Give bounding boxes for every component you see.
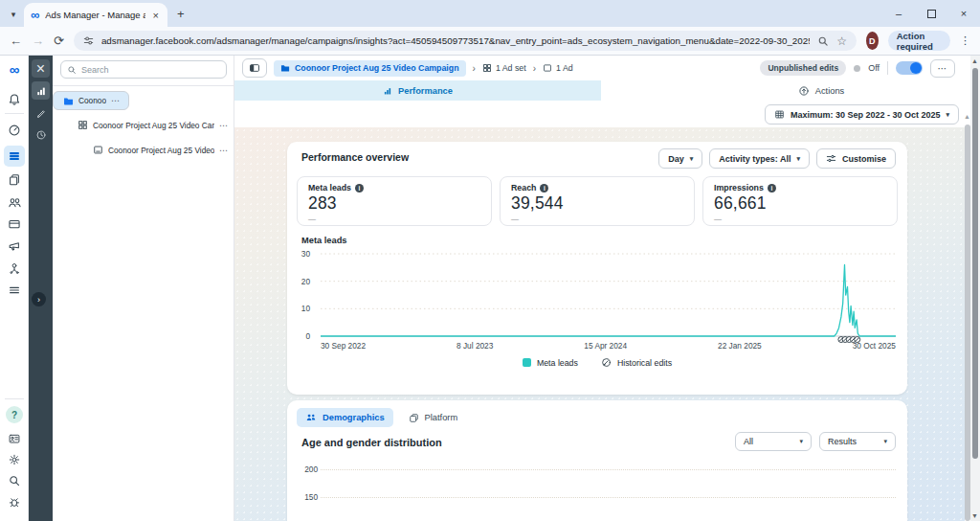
tab-demographics[interactable]: Demographics — [297, 408, 393, 427]
close-icon[interactable]: × — [32, 59, 50, 78]
tree-item-ad[interactable]: Coonoor Project Aug 25 Video Ca... ⋯ — [53, 141, 234, 159]
browser-tab[interactable]: ∞ Ads Manager - Manage ads - C × — [24, 3, 167, 27]
performance-chart-icon[interactable] — [32, 81, 50, 100]
tab-close-icon[interactable]: × — [151, 10, 161, 21]
scroll-down-icon[interactable]: ▼ — [971, 512, 978, 519]
breadcrumb-adset[interactable]: 1 Ad set — [482, 63, 526, 73]
window-controls: – × — [882, 0, 980, 27]
account-card-icon[interactable] — [7, 431, 22, 446]
window-minimize-button[interactable]: – — [882, 0, 915, 27]
scroll-up-icon[interactable]: ▲ — [971, 57, 978, 64]
tab-search-chevron-icon[interactable]: ▾ — [5, 6, 22, 23]
report-bug-icon[interactable] — [7, 494, 22, 510]
header-right-cluster: Unpublished edits Off ⋯ — [760, 58, 955, 78]
breakdown-tabs: Demographics Platform — [297, 408, 457, 427]
breadcrumb-ad[interactable]: 1 Ad — [543, 63, 573, 73]
forward-icon[interactable]: → — [32, 34, 44, 48]
help-icon[interactable]: ? — [6, 406, 23, 423]
day-label: Day — [668, 154, 684, 164]
activity-label: Activity types: All — [719, 154, 791, 164]
metric-delta: — — [308, 215, 480, 223]
search-icon[interactable] — [7, 473, 22, 488]
adset-grid-icon — [482, 63, 492, 73]
activity-types-dropdown[interactable]: Activity types: All ▾ — [709, 148, 810, 169]
breakdown-filter-dropdown[interactable]: All ▾ — [735, 432, 812, 451]
ads-reporting-pages-icon[interactable] — [7, 172, 22, 188]
expand-panel-chevron-icon[interactable]: › — [32, 292, 46, 306]
search-icon — [67, 65, 77, 75]
meta-nav-rail: ∞ ? — [0, 56, 29, 521]
x-tick-label: 22 Jan 2025 — [718, 341, 762, 351]
tab-performance[interactable]: Performance — [234, 80, 601, 101]
actions-label: Actions — [815, 86, 845, 96]
all-tools-menu-icon[interactable] — [7, 283, 22, 298]
tab-platform[interactable]: Platform — [409, 413, 458, 423]
browser-menu-kebab-icon[interactable]: ⋮ — [960, 34, 970, 47]
profile-avatar[interactable]: D — [866, 32, 879, 50]
info-icon[interactable]: i — [768, 184, 776, 193]
search-input[interactable]: Search — [60, 60, 227, 79]
breadcrumb-campaign[interactable]: Coonoor Project Aug 25 Video Campaign — [274, 60, 466, 77]
legend-label: Historical edits — [617, 358, 672, 368]
metric-filter-dropdown[interactable]: Results ▾ — [819, 432, 896, 451]
meta-leads-line-chart[interactable] — [321, 254, 896, 336]
day-dropdown[interactable]: Day ▾ — [658, 148, 702, 169]
date-range-button[interactable]: Maximum: 30 Sep 2022 - 30 Oct 2025 ▾ — [765, 104, 959, 125]
metric-value: 66,661 — [714, 193, 886, 214]
site-settings-icon[interactable] — [83, 35, 94, 46]
tree-item-campaign[interactable]: Coonoor Project Aug 25 Video Campaign ⋯ — [53, 91, 129, 110]
settings-gear-icon[interactable] — [7, 452, 22, 467]
more-options-button[interactable]: ⋯ — [930, 59, 955, 78]
legend-historical-edits[interactable]: Historical edits — [601, 357, 672, 368]
campaign-tree-panel: Search Coonoor Project Aug 25 Video Camp… — [53, 56, 234, 521]
page-scrollbar[interactable]: ▲ ▼ — [970, 56, 980, 521]
new-tab-button[interactable]: + — [177, 7, 185, 21]
browser-toolbar: ← → ⟳ adsmanager.facebook.com/adsmanager… — [0, 27, 980, 56]
metric-meta-leads[interactable]: Meta leadsi 283 — — [297, 176, 492, 226]
tree-item-adset[interactable]: Coonoor Project Aug 25 Video Camp... ⋯ — [53, 116, 234, 134]
status-label: Off — [868, 63, 880, 73]
chart-title: Meta leads — [301, 236, 347, 245]
campaign-toggle[interactable] — [896, 61, 923, 75]
ad-frame-icon — [93, 145, 103, 155]
billing-card-icon[interactable] — [7, 216, 22, 232]
scrollbar-thumb[interactable] — [972, 68, 978, 459]
panel-toggle-button[interactable] — [242, 58, 267, 78]
chevron-right-icon: › — [473, 63, 476, 74]
campaign-folder-icon — [280, 63, 290, 73]
window-maximize-button[interactable] — [915, 0, 947, 27]
advertise-megaphone-icon[interactable] — [7, 238, 22, 254]
back-icon[interactable]: ← — [10, 34, 22, 48]
info-icon[interactable]: i — [540, 184, 548, 193]
edit-pencil-icon[interactable] — [32, 103, 50, 122]
info-icon[interactable]: i — [355, 184, 364, 193]
divider — [887, 61, 888, 75]
actions-dropdown[interactable]: Actions — [759, 80, 883, 101]
notifications-bell-icon[interactable] — [7, 92, 22, 107]
meta-logo-icon[interactable]: ∞ — [7, 61, 22, 77]
window-close-button[interactable]: × — [947, 0, 980, 27]
row-menu-ellipsis-icon[interactable]: ⋯ — [111, 96, 121, 105]
events-manager-person-icon[interactable] — [7, 260, 22, 276]
customise-button[interactable]: Customise — [816, 148, 896, 169]
metric-impressions[interactable]: Impressionsi 66,661 — — [702, 176, 898, 226]
scroll-up-icon[interactable]: ▲ — [964, 113, 970, 120]
campaigns-table-icon[interactable] — [4, 146, 25, 167]
audiences-people-icon[interactable] — [7, 194, 22, 210]
row-menu-ellipsis-icon[interactable]: ⋯ — [219, 121, 229, 130]
reload-icon[interactable]: ⟳ — [54, 34, 64, 48]
chart-legend: Meta leads Historical edits — [287, 357, 907, 368]
history-clock-icon[interactable] — [32, 125, 50, 144]
circled-pencil-icon — [601, 357, 612, 368]
campaign-folder-icon — [63, 96, 74, 106]
metric-reach[interactable]: Reachi 39,544 — — [500, 176, 695, 226]
breakdown-filter-label: All — [744, 437, 753, 446]
zoom-icon[interactable] — [817, 35, 829, 47]
row-menu-ellipsis-icon[interactable]: ⋯ — [219, 146, 229, 155]
account-overview-gauge-icon[interactable] — [7, 123, 22, 138]
x-tick-label: 15 Apr 2024 — [584, 341, 627, 351]
action-required-button[interactable]: Action required — [888, 31, 950, 51]
tab-performance-label: Performance — [398, 86, 453, 96]
bookmark-star-icon[interactable]: ☆ — [836, 34, 847, 48]
url-bar[interactable]: adsmanager.facebook.com/adsmanager/manag… — [74, 31, 857, 51]
